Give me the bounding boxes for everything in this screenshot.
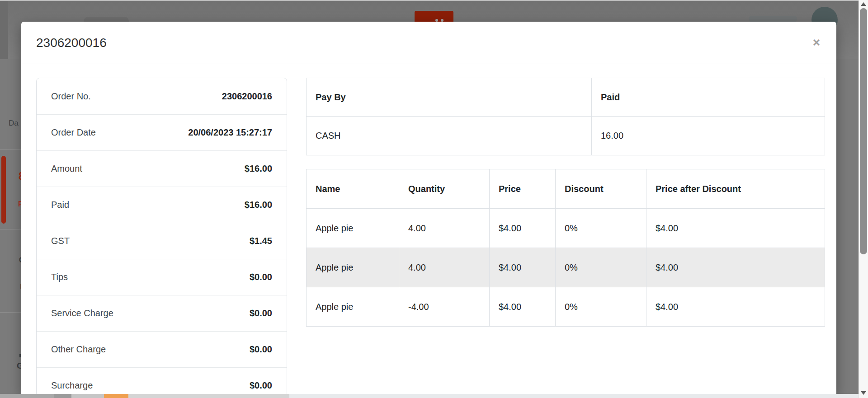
summary-row-value: $0.00 [250,308,272,318]
payment-header-paid: Paid [592,78,825,117]
summary-row-label: Other Charge [51,344,106,355]
modal-header: 2306200016 ✕ [21,22,836,64]
summary-row: Service Charge$0.00 [37,295,287,331]
summary-row-label: GST [51,236,70,246]
items-cell: Apple pie [307,248,399,287]
items-cell: -4.00 [399,287,490,327]
items-cell: $4.00 [646,248,825,287]
scroll-down-arrow-icon[interactable] [861,391,866,395]
scrollbar-thumb[interactable] [860,8,867,254]
items-cell: $4.00 [646,209,825,248]
summary-row: Surcharge$0.00 [37,367,287,394]
background-top-edge [0,0,868,1]
payment-table: Pay By Paid CASH 16.00 [306,78,825,155]
background-label-fragment: Da [9,119,19,128]
bottom-strip-segment [289,394,859,398]
items-cell: Apple pie [307,209,399,248]
items-cell: $4.00 [490,248,556,287]
items-cell: 4.00 [399,248,490,287]
summary-row-label: Tips [51,272,68,282]
items-header-discount: Discount [556,169,646,209]
items-cell: $4.00 [490,287,556,327]
summary-row-label: Paid [51,200,69,210]
background-card-divider [0,149,21,150]
background-sidebar-edge [0,1,8,59]
items-cell: $4.00 [646,287,825,327]
bottom-page-strip [0,394,868,398]
summary-row-value: $1.45 [250,236,272,246]
summary-row-value: $0.00 [250,380,272,391]
vertical-scrollbar[interactable] [859,0,868,398]
bottom-strip-segment [128,394,289,398]
scroll-up-arrow-icon[interactable] [861,2,866,6]
modal-title: 2306200016 [36,22,107,64]
bottom-strip-segment [54,394,71,398]
bottom-strip-segment [0,394,54,398]
summary-row-label: Service Charge [51,308,113,318]
background-red-button [415,11,453,23]
items-table-row: Apple pie4.00$4.000%$4.00 [307,248,825,287]
summary-row-label: Surcharge [51,380,93,391]
order-items-table: Name Quantity Price Discount Price after… [306,169,825,327]
payment-amount-cell: 16.00 [592,117,825,155]
summary-row: Other Charge$0.00 [37,331,287,367]
close-icon[interactable]: ✕ [809,36,824,50]
summary-row-value: $16.00 [245,200,272,210]
summary-row-value: $0.00 [250,272,272,282]
payment-table-row: CASH 16.00 [307,117,825,155]
summary-row-label: Order No. [51,91,91,102]
order-details-modal: 2306200016 ✕ Order No.2306200016Order Da… [21,22,836,394]
bottom-strip-segment [71,394,104,398]
summary-row-value: 2306200016 [222,91,272,102]
background-red-accent-bar [1,156,6,224]
summary-row: Tips$0.00 [37,259,287,295]
summary-row-value: $0.00 [250,344,272,355]
summary-row-label: Amount [51,164,82,174]
items-table-header-row: Name Quantity Price Discount Price after… [307,169,825,209]
items-header-quantity: Quantity [399,169,490,209]
items-header-price-after-discount: Price after Discount [646,169,825,209]
payment-table-header-row: Pay By Paid [307,78,825,117]
summary-row: Order Date20/06/2023 15:27:17 [37,114,287,150]
items-cell: 4.00 [399,209,490,248]
summary-row-value: 20/06/2023 15:27:17 [188,127,272,138]
background-toolbar-pill [749,16,797,22]
payment-method-cell: CASH [307,117,592,155]
summary-row: GST$1.45 [37,223,287,259]
summary-row-label: Order Date [51,127,96,138]
items-table-row: Apple pie4.00$4.000%$4.00 [307,209,825,248]
order-summary-card: Order No.2306200016Order Date20/06/2023 … [36,78,287,394]
items-cell: Apple pie [307,287,399,327]
items-cell: 0% [556,209,646,248]
bottom-strip-orange-segment [104,394,128,398]
items-cell: $4.00 [490,209,556,248]
payment-header-pay-by: Pay By [307,78,592,117]
items-header-price: Price [490,169,556,209]
items-header-name: Name [307,169,399,209]
items-table-row: Apple pie-4.00$4.000%$4.00 [307,287,825,327]
summary-row: Amount$16.00 [37,150,287,187]
summary-row-value: $16.00 [245,164,272,174]
summary-row: Order No.2306200016 [37,78,287,114]
background-card-divider [0,229,21,229]
summary-row: Paid$16.00 [37,187,287,223]
items-cell: 0% [556,287,646,327]
items-cell: 0% [556,248,646,287]
background-card-divider [0,312,21,313]
